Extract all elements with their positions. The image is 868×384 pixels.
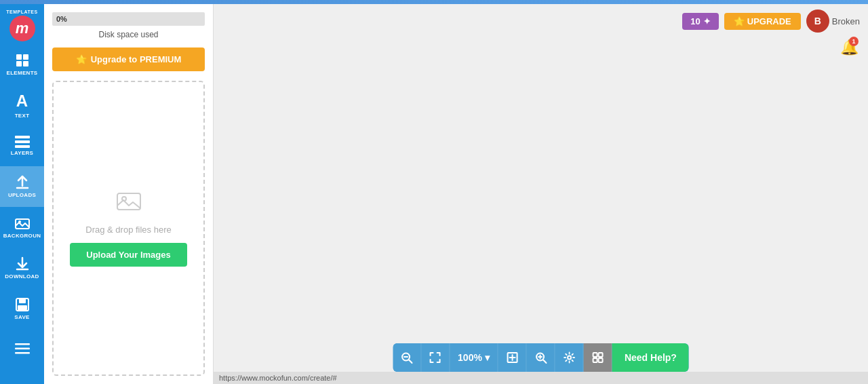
canvas-content [214, 4, 868, 384]
drag-drop-text: Drag & drop files here [85, 225, 171, 235]
credits-badge[interactable]: 10 ✦ [682, 13, 718, 30]
sidebar: TEMPLATES m ELEMENTS A TEXT [0, 4, 44, 384]
svg-rect-1 [23, 54, 28, 60]
bottom-toolbar: 100% ▾ [393, 343, 689, 372]
logo-top-text: TEMPLATES [6, 9, 37, 14]
svg-rect-11 [18, 305, 27, 310]
zoom-arrow-icon: ▾ [485, 352, 490, 363]
sidebar-item-download[interactable]: DOWNLOAD [0, 248, 44, 288]
upgrade-header-button[interactable]: ⭐ UPGRADE [724, 13, 801, 30]
svg-rect-15 [117, 193, 140, 210]
sidebar-item-text-label: TEXT [15, 113, 30, 119]
header-right: 10 ✦ ⭐ UPGRADE B Broken [674, 4, 868, 38]
notification-badge: 1 [849, 37, 859, 46]
sidebar-item-save-label: SAVE [14, 314, 29, 321]
avatar-initial: B [814, 16, 821, 26]
upload-images-button[interactable]: Upload Your Images [70, 243, 187, 267]
sidebar-item-uploads-label: UPLOADS [8, 192, 36, 199]
svg-rect-22 [598, 353, 602, 357]
text-icon: A [16, 92, 28, 111]
svg-rect-4 [15, 136, 30, 138]
svg-rect-14 [15, 352, 30, 354]
sidebar-item-background[interactable]: BACKGROUN [0, 207, 44, 248]
fit-canvas-button[interactable] [498, 343, 527, 372]
image-placeholder-icon [117, 191, 141, 216]
help-button[interactable]: Need Help? [612, 343, 689, 372]
sidebar-item-save[interactable]: SAVE [0, 288, 44, 329]
upgrade-star-icon: ⭐ [76, 54, 87, 64]
svg-rect-0 [16, 54, 22, 60]
zoom-out-button[interactable] [393, 343, 421, 372]
logo-letter: m [16, 20, 29, 37]
svg-rect-3 [23, 61, 28, 66]
status-bar: https://www.mockofun.com/create/# [214, 372, 868, 384]
canvas-area: 10 ✦ ⭐ UPGRADE B Broken 🔔 1 [214, 4, 868, 384]
progress-label: 0% [56, 15, 67, 23]
svg-rect-6 [15, 145, 30, 148]
upgrade-header-label: UPGRADE [747, 16, 791, 26]
svg-rect-21 [593, 353, 597, 357]
user-profile[interactable]: B Broken [806, 9, 860, 33]
sidebar-item-download-label: DOWNLOAD [5, 273, 39, 280]
elements-icon [15, 53, 30, 68]
sidebar-item-uploads[interactable]: UPLOADS [0, 166, 44, 207]
zoom-level: 100% [458, 352, 482, 363]
upgrade-to-premium-button[interactable]: ⭐ Upgrade to PREMIUM [52, 47, 205, 71]
uploads-icon [15, 175, 30, 190]
zoom-display[interactable]: 100% ▾ [450, 343, 498, 372]
svg-rect-10 [19, 299, 26, 303]
save-icon [15, 297, 30, 312]
notification-bell[interactable]: 🔔 1 [838, 37, 860, 58]
sidebar-item-more[interactable] [0, 329, 44, 370]
sidebar-item-text[interactable]: A TEXT [0, 85, 44, 126]
settings-button[interactable] [555, 343, 584, 372]
sidebar-item-elements-label: ELEMENTS [7, 70, 38, 77]
svg-rect-12 [15, 343, 30, 345]
status-url: https://www.mockofun.com/create/# [219, 374, 337, 382]
progress-bar-container: 0% [52, 12, 205, 26]
user-label: Broken [832, 16, 860, 26]
extra-button[interactable] [584, 343, 612, 372]
svg-rect-23 [593, 358, 597, 362]
panel: 0% Disk space used ⭐ Upgrade to PREMIUM … [44, 4, 214, 384]
sidebar-item-layers-label: LAYERS [11, 150, 34, 157]
svg-point-20 [568, 356, 571, 360]
upload-dropzone[interactable]: Drag & drop files here Upload Your Image… [52, 81, 205, 376]
disk-space-section: 0% Disk space used [52, 12, 205, 39]
credits-plus-icon: ✦ [703, 16, 711, 26]
svg-rect-2 [16, 61, 22, 66]
more-icon [15, 343, 30, 354]
svg-rect-13 [15, 347, 30, 349]
upgrade-header-icon: ⭐ [734, 16, 745, 26]
upgrade-btn-label: Upgrade to PREMIUM [91, 54, 182, 64]
disk-space-text: Disk space used [52, 30, 205, 39]
svg-rect-5 [15, 140, 30, 143]
layers-icon [15, 136, 30, 148]
credits-value: 10 [690, 16, 700, 26]
zoom-in-button[interactable] [527, 343, 555, 372]
sidebar-item-elements[interactable]: ELEMENTS [0, 44, 44, 85]
logo-container[interactable]: TEMPLATES m [0, 4, 44, 44]
logo-badge[interactable]: m [9, 16, 35, 41]
fit-button[interactable] [421, 343, 450, 372]
avatar[interactable]: B [806, 9, 829, 33]
sidebar-item-background-label: BACKGROUN [3, 233, 41, 239]
sidebar-item-layers[interactable]: LAYERS [0, 126, 44, 166]
svg-rect-24 [598, 358, 602, 362]
download-icon [15, 256, 30, 271]
background-icon [15, 216, 30, 231]
